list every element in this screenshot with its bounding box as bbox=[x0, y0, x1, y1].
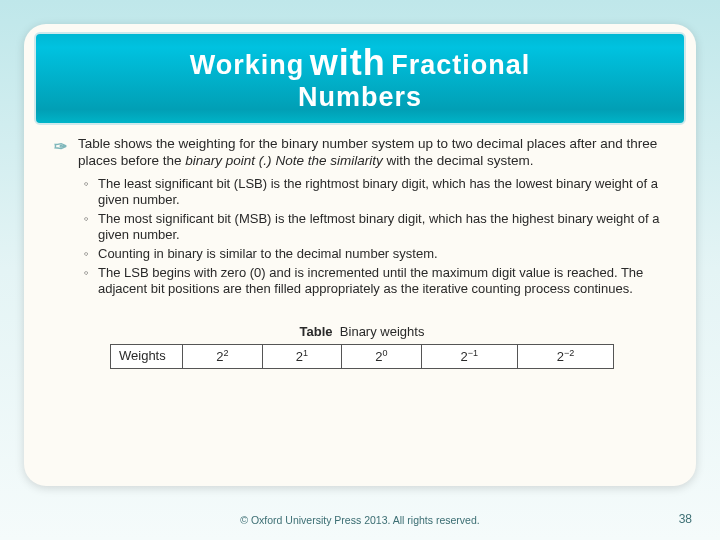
list-item: Counting in binary is similar to the dec… bbox=[84, 246, 670, 263]
weight-cell: 21 bbox=[262, 344, 342, 369]
lead-italic-1: binary point (.) bbox=[185, 153, 271, 168]
binary-weights-table-wrap: Table Binary weights Weights 22 21 20 2−… bbox=[110, 324, 614, 370]
lead-paragraph: ✑ Table shows the weighting for the bina… bbox=[54, 135, 670, 170]
table-caption: Table Binary weights bbox=[110, 324, 614, 341]
weight-cell: 2−2 bbox=[517, 344, 613, 369]
slide-card: Working with Fractional Numbers ✑ Table … bbox=[24, 24, 696, 486]
list-item: The LSB begins with zero (0) and is incr… bbox=[84, 265, 670, 298]
lead-italic-2: Note the similarity bbox=[275, 153, 382, 168]
table-caption-rest: Binary weights bbox=[340, 324, 425, 339]
lead-part3: with the decimal system. bbox=[383, 153, 534, 168]
sub-bullet-list: The least significant bit (LSB) is the r… bbox=[54, 176, 670, 298]
title-word-2: with bbox=[310, 42, 386, 83]
body-text: ✑ Table shows the weighting for the bina… bbox=[24, 125, 696, 369]
lead-text: Table shows the weighting for the binary… bbox=[78, 136, 657, 168]
list-item: The most significant bit (MSB) is the le… bbox=[84, 211, 670, 244]
page-number: 38 bbox=[679, 512, 692, 526]
title-word-3: Fractional bbox=[391, 50, 530, 80]
swirl-bullet-icon: ✑ bbox=[54, 137, 67, 157]
table-caption-bold: Table bbox=[300, 324, 333, 339]
weight-cell: 22 bbox=[183, 344, 263, 369]
title-word-1: Working bbox=[190, 50, 305, 80]
row-header: Weights bbox=[111, 344, 183, 369]
weight-cell: 2−1 bbox=[421, 344, 517, 369]
title-line-2: Numbers bbox=[48, 82, 672, 113]
table-row: Weights 22 21 20 2−1 2−2 bbox=[111, 344, 614, 369]
binary-weights-table: Weights 22 21 20 2−1 2−2 bbox=[110, 344, 614, 370]
list-item: The least significant bit (LSB) is the r… bbox=[84, 176, 670, 209]
slide-title-banner: Working with Fractional Numbers bbox=[34, 32, 686, 125]
slide-footer: © Oxford University Press 2013. All righ… bbox=[0, 514, 720, 526]
copyright-text: © Oxford University Press 2013. All righ… bbox=[0, 514, 720, 526]
weight-cell: 20 bbox=[342, 344, 422, 369]
